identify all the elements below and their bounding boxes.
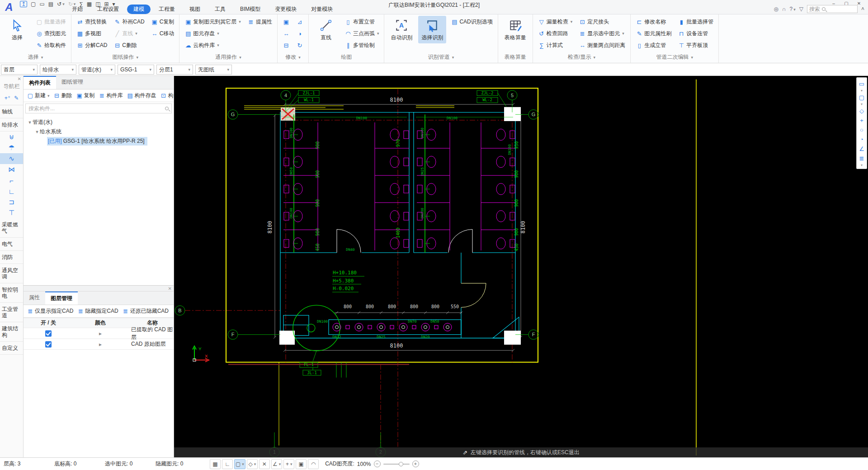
brightness-plus-button[interactable]: + (412, 461, 419, 467)
new-component-button[interactable]: ▢新建▾ (25, 91, 51, 100)
shower-icon[interactable]: ☂ (0, 142, 23, 153)
select-box-mode-button[interactable]: ▢▾ (234, 459, 245, 469)
pipe-icon[interactable]: ∿ (0, 153, 23, 164)
save-elements-button[interactable]: ▤图元存盘▾ (183, 28, 243, 39)
restore-hidden-cad-button[interactable]: ≣还原已隐藏CAD (121, 306, 170, 316)
layer-select[interactable]: 分层1▾ (156, 65, 193, 75)
show-selected-button[interactable]: ≣显示选中图元▾ (577, 28, 627, 39)
layer-list-icon[interactable]: ≣ (857, 154, 867, 163)
close-icon[interactable]: ✕ (18, 76, 21, 81)
ortho-mode-button[interactable]: ∟ (222, 459, 233, 469)
three-point-arc-button[interactable]: ◠三点画弧▾ (343, 28, 381, 39)
generate-riser-button[interactable]: ▯生成立管 (634, 39, 673, 51)
tree-item[interactable]: 管道(水) (33, 118, 52, 126)
sidebar-item-low-voltage[interactable]: 智控弱电 (0, 283, 23, 303)
view-cube-icon[interactable]: ◇ (857, 106, 867, 116)
c-copy-button[interactable]: ▣C复制 (149, 16, 176, 28)
component-library-button[interactable]: ≣构件库 (97, 91, 124, 100)
chevron-down-icon[interactable]: ▾ (861, 102, 863, 106)
tab-视图[interactable]: 视图 (183, 5, 207, 14)
rename-button[interactable]: ⊏修改名称 (634, 16, 673, 28)
measure-distance-button[interactable]: ↔测量两点间距离 (577, 39, 627, 51)
c-move-button[interactable]: ↔C移动 (149, 28, 176, 39)
tab-变更模块[interactable]: 变更模块 (269, 5, 303, 14)
pan-icon[interactable]: + (857, 116, 867, 125)
headset-icon[interactable]: ∩ (782, 6, 786, 12)
select-identify-button[interactable]: 选择识别 (418, 16, 446, 43)
find-element-button[interactable]: ◎查找图元 (34, 28, 68, 39)
component-extract-button[interactable]: ⊡构件提取 (159, 91, 174, 100)
ribbon-group-label[interactable]: 修改▾ (281, 52, 305, 63)
tab-建模[interactable]: 建模 (127, 5, 151, 14)
multi-view-button[interactable]: ▦多视图 (75, 28, 109, 39)
layer-visible-checkbox[interactable] (45, 330, 52, 337)
fixed-length-joint-button[interactable]: ⊡定尺接头 (577, 16, 627, 28)
tab-构件列表[interactable]: 构件列表 (24, 76, 56, 89)
brightness-slider[interactable] (383, 464, 410, 465)
color-expand-icon[interactable]: ▸ (99, 330, 102, 337)
ribbon-search-input[interactable]: 搜索 (807, 5, 858, 13)
explode-cad-button[interactable]: ⊞分解CAD (75, 39, 109, 51)
measure-icon[interactable]: ∠ (857, 144, 867, 154)
view-3d-button[interactable]: ◇▾ (247, 459, 258, 469)
add-icon[interactable]: +⁺ (5, 95, 10, 101)
user-icon[interactable]: ◎ (774, 6, 778, 12)
caret-down-icon[interactable]: ▼ (34, 130, 40, 134)
place-riser-button[interactable]: ▯布置立管 (343, 16, 381, 28)
tab-图层管理[interactable]: 图层管理 (45, 291, 78, 305)
line-tool-button[interactable]: 直线 (312, 16, 340, 43)
tree-item[interactable]: 给水系统 (40, 128, 61, 136)
component-select[interactable]: GSG-1▾ (118, 65, 154, 75)
tab-工程设置[interactable]: 工程设置 (91, 5, 125, 14)
new-file-button[interactable]: ▢ (31, 1, 36, 7)
extract-attributes-button[interactable]: ≣提属性 (245, 16, 274, 28)
mirror-button[interactable]: ◑ (294, 28, 305, 39)
multi-pipe-draw-button[interactable]: ∥多管绘制 (343, 39, 381, 51)
open-file-button[interactable]: ▭ (39, 1, 44, 7)
cloud-library-button[interactable]: ☁云构件库▾ (183, 39, 243, 51)
align-slab-top-button[interactable]: ⊤平齐板顶 (676, 39, 715, 51)
layer-visible-checkbox[interactable] (45, 341, 52, 348)
tab-工具[interactable]: 工具 (208, 5, 232, 14)
stretch-button[interactable]: ⊿ (294, 16, 305, 28)
table-quantity-button[interactable]: 表格算量 (501, 16, 529, 43)
ribbon-group-label[interactable]: 通用操作▾ (183, 52, 274, 63)
edit-icon[interactable]: ✎ (14, 95, 19, 101)
sleeve-icon[interactable]: ⊐ (0, 197, 23, 207)
theme-skin-icon[interactable]: ▽ (799, 6, 803, 12)
floor-drain-icon[interactable]: ⊤ (0, 207, 23, 218)
copy-component-button[interactable]: ▣复制 (75, 91, 96, 100)
sanitary-fixture-icon[interactable]: ⊎ (0, 132, 23, 142)
element-type-select[interactable]: 管道(水)▾ (79, 65, 115, 75)
tab-属性[interactable]: 属性 (24, 291, 45, 305)
cad-identify-options-button[interactable]: ▤CAD识别选项 (449, 16, 494, 28)
select-button[interactable]: 选择 (3, 16, 31, 43)
tree-item-selected[interactable]: [已用]GSG-1 [给水系统 给水用PP-R 25] (47, 137, 147, 146)
check-loop-button[interactable]: ↺检查回路 (536, 28, 575, 39)
line-button[interactable]: ╱直线▾ (112, 28, 146, 39)
sidebar-item-industrial-pipe[interactable]: 工业管道 (0, 303, 23, 322)
formula-button[interactable]: ∑计算式 (536, 39, 575, 51)
sidebar-item-heating-gas[interactable]: 采暖燃气 (0, 218, 23, 238)
hide-specified-cad-button[interactable]: ≣隐藏指定CAD (75, 306, 119, 316)
tab-图纸管理[interactable]: 图纸管理 (56, 76, 89, 89)
ribbon-group-label[interactable]: 检查/显示▾ (536, 52, 627, 63)
sidebar-item-custom[interactable]: 自定义 (0, 342, 23, 355)
undo-button[interactable]: ↺▾ (57, 1, 65, 7)
tab-工程量[interactable]: 工程量 (152, 5, 181, 14)
batch-select-button[interactable]: ▢批量选择 (34, 16, 68, 28)
sidebar-item-fire-protection[interactable]: 消防 (0, 251, 23, 264)
angle-snap-button[interactable]: ∠▾ (271, 459, 282, 469)
auto-identify-button[interactable]: A自动识别 (387, 16, 415, 43)
caret-down-icon[interactable]: ▼ (27, 120, 33, 125)
redraw-cad-button[interactable]: ✎补画CAD (112, 16, 146, 28)
copy-button[interactable]: ▣ (281, 16, 292, 28)
delete-component-button[interactable]: ⊟删除 (52, 91, 74, 100)
select-filter-icon[interactable]: ▢ (857, 93, 867, 102)
chevron-down-icon[interactable]: ▾ (861, 89, 863, 93)
c-delete-button[interactable]: ⊟C删除 (112, 39, 146, 51)
sidebar-item-hvac[interactable]: 通风空调 (0, 264, 23, 283)
sidebar-item-axis[interactable]: 轴线 (0, 105, 23, 118)
image-display-button[interactable]: ▣ (296, 459, 307, 469)
show-only-specified-cad-button[interactable]: ≣仅显示指定CAD (25, 306, 75, 316)
